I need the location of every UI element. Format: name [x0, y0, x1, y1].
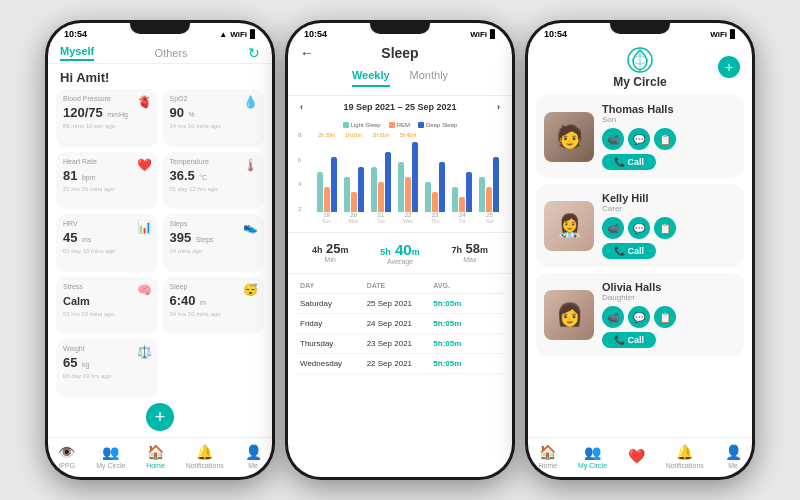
bar-group-19: 2h 20m 19 Sun [314, 142, 339, 224]
phone2-header: ← Sleep [288, 41, 512, 65]
bars-25 [479, 142, 499, 212]
spo2-time: 14 hrs 10 mins ago [170, 123, 258, 129]
avatar-olivia: 👩 [544, 290, 594, 340]
bar-label-21-time: 1h:01m [373, 132, 390, 138]
table-row-thu: Thursday 23 Sep 2021 5h:05m [296, 334, 504, 354]
bp-time: 66 mins 10 sec ago [63, 123, 151, 129]
video-button-thomas[interactable]: 📹 [602, 128, 624, 150]
nav3-circle-label: My Circle [578, 462, 607, 469]
phone-health: 10:54 ▲ WiFi ▊ Myself Others ↻ Hi Amit! … [45, 20, 275, 480]
bar-label-20-time: 1h:01m [345, 132, 362, 138]
temp-unit: °C [199, 174, 207, 181]
td-thu-avg: 5h:05m [433, 339, 500, 348]
bar-rem-24 [459, 197, 465, 212]
steps-card: Steps 395 Steps 04 mins ago 👟 [163, 214, 265, 272]
nav3-notif[interactable]: 🔔 Notifications [666, 444, 704, 469]
nav-notif[interactable]: 🔔 Notifications [186, 444, 224, 469]
bar-sub-25: Sat [486, 218, 494, 224]
contact-name-thomas: Thomas Halls [602, 103, 736, 115]
contact-role-olivia: Daughter [602, 293, 736, 302]
nav3-circle-icon: 👥 [584, 444, 601, 460]
spo2-value: 90 [170, 105, 184, 120]
weight-time: 06 day 19 hrs ago [63, 373, 151, 379]
info-button-kelly[interactable]: 📋 [654, 217, 676, 239]
add-circle-button[interactable]: + [718, 56, 740, 78]
chat-button-thomas[interactable]: 💬 [628, 128, 650, 150]
bar-sub-22: Wed [403, 218, 413, 224]
status-icons: ▲ WiFi ▊ [219, 30, 256, 39]
bar-chart: 8 6 4 2 2h 20m [298, 132, 502, 228]
call-button-olivia[interactable]: 📞 Call [602, 332, 656, 348]
nav3-circle[interactable]: 👥 My Circle [578, 444, 607, 469]
td-fri-date: 24 Sep 2021 [367, 319, 434, 328]
td-wed-avg: 5h:05m [433, 359, 500, 368]
legend-deep: Deep Sleep [418, 122, 457, 128]
nav3-health[interactable]: ❤️ [628, 448, 645, 466]
bars-22 [398, 142, 418, 212]
video-button-olivia[interactable]: 📹 [602, 306, 624, 328]
phone-screen-3: 10:54 WiFi ▊ My Cir [528, 23, 752, 477]
status-time-2: 10:54 [304, 29, 327, 39]
bars-23 [425, 142, 445, 212]
hr-time: 22 hrs 20 mins ago [63, 186, 151, 192]
bp-icon: 🫀 [137, 95, 152, 109]
info-button-thomas[interactable]: 📋 [654, 128, 676, 150]
nav3-home-label: Home [538, 462, 557, 469]
home-icon: 🏠 [147, 444, 164, 460]
bar-rem-20 [351, 192, 357, 212]
notif-icon: 🔔 [196, 444, 213, 460]
sleep-tabs: Weekly Monthly [288, 65, 512, 96]
stress-value: Calm [63, 295, 90, 307]
prev-date-button[interactable]: ‹ [300, 102, 303, 112]
greeting: Hi Amit! [48, 64, 272, 89]
bar-deep-23 [439, 162, 445, 212]
contact-name-kelly: Kelly Hill [602, 192, 736, 204]
tab-weekly[interactable]: Weekly [352, 69, 390, 87]
avatar-kelly: 👩‍⚕️ [544, 201, 594, 251]
bar-light-20 [344, 177, 350, 212]
contact-info-olivia: Olivia Halls Daughter 📹 💬 📋 📞 Call [602, 281, 736, 348]
hrv-icon: 📊 [137, 220, 152, 234]
sleep-table: DAY DATE AVG. Saturday 25 Sep 2021 5h:05… [288, 274, 512, 477]
nav3-me[interactable]: 👤 Me [725, 444, 742, 469]
add-health-button[interactable]: + [146, 403, 174, 431]
bar-deep-19 [331, 157, 337, 212]
back-button[interactable]: ← [300, 45, 314, 61]
chat-button-olivia[interactable]: 💬 [628, 306, 650, 328]
sleep-stats: 4h 25m Min 5h 40m Average 7h 58m Max [288, 232, 512, 274]
nav-circle[interactable]: 👥 My Circle [96, 444, 125, 469]
bp-value: 120/75 [63, 105, 103, 120]
video-button-kelly[interactable]: 📹 [602, 217, 624, 239]
bar-sub-24: Fri [459, 218, 465, 224]
nav-ippg[interactable]: 👁️ iPPG [58, 444, 75, 469]
td-wed-date: 22 Sep 2021 [367, 359, 434, 368]
stat-avg-label: Average [380, 258, 419, 265]
bar-group-23: 23 Thu [423, 132, 448, 224]
avatar-thomas: 🧑 [544, 112, 594, 162]
contact-name-olivia: Olivia Halls [602, 281, 736, 293]
chat-button-kelly[interactable]: 💬 [628, 217, 650, 239]
nav-home[interactable]: 🏠 Home [146, 444, 165, 469]
bar-rem-21 [378, 182, 384, 212]
tab-monthly[interactable]: Monthly [410, 69, 449, 87]
tab-myself[interactable]: Myself [60, 45, 94, 61]
status-icons-2: WiFi ▊ [470, 30, 496, 39]
sleep-icon: 😴 [243, 283, 258, 297]
call-button-kelly[interactable]: 📞 Call [602, 243, 656, 259]
phone-notch-2 [370, 20, 430, 34]
ippg-icon: 👁️ [58, 444, 75, 460]
nav3-home[interactable]: 🏠 Home [538, 444, 557, 469]
call-button-thomas[interactable]: 📞 Call [602, 154, 656, 170]
temp-time: 01 day 12 hrs ago [170, 186, 258, 192]
refresh-icon[interactable]: ↻ [248, 45, 260, 61]
temp-value: 36.5 [170, 168, 195, 183]
next-date-button[interactable]: › [497, 102, 500, 112]
bar-rem-23 [432, 192, 438, 212]
info-button-olivia[interactable]: 📋 [654, 306, 676, 328]
tab-others[interactable]: Others [155, 47, 188, 59]
bar-light-24 [452, 187, 458, 212]
nav-me[interactable]: 👤 Me [245, 444, 262, 469]
contact-olivia: 👩 Olivia Halls Daughter 📹 💬 📋 📞 Call [536, 273, 744, 356]
phone-notch [130, 20, 190, 34]
nav-home-label: Home [146, 462, 165, 469]
